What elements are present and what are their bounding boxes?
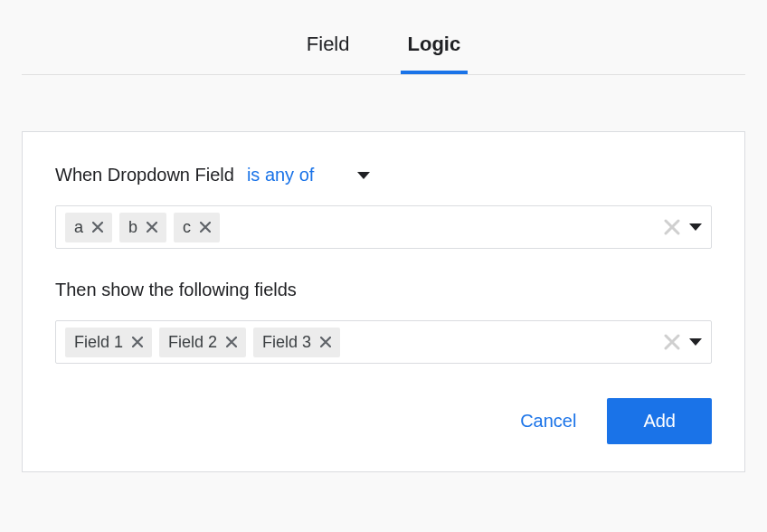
condition-values-input[interactable]: a b c — [55, 205, 712, 249]
chip-a: a — [65, 213, 112, 242]
close-icon[interactable] — [320, 337, 331, 347]
add-button[interactable]: Add — [607, 398, 712, 444]
chip-label: a — [74, 218, 83, 237]
button-row: Cancel Add — [55, 398, 712, 444]
operator-select[interactable]: is any of — [247, 165, 370, 185]
condition-chips: a b c — [65, 213, 657, 242]
close-icon[interactable] — [132, 337, 143, 347]
cancel-button[interactable]: Cancel — [515, 402, 582, 441]
then-label: Then show the following fields — [55, 280, 712, 300]
close-icon[interactable] — [200, 222, 211, 233]
input-actions — [664, 219, 702, 235]
chip-label: c — [183, 218, 191, 237]
chip-field-2: Field 2 — [159, 328, 246, 357]
then-fields-input[interactable]: Field 1 Field 2 Field 3 — [55, 320, 712, 364]
close-icon[interactable] — [226, 337, 237, 347]
tab-field[interactable]: Field — [299, 22, 357, 74]
clear-all-icon[interactable] — [664, 219, 680, 235]
chip-b: b — [119, 213, 166, 242]
condition-prefix: When Dropdown Field — [55, 165, 234, 185]
chip-label: Field 1 — [74, 333, 123, 352]
clear-all-icon[interactable] — [664, 334, 680, 350]
condition-row: When Dropdown Field is any of — [55, 165, 712, 185]
chip-label: Field 2 — [168, 333, 217, 352]
operator-text: is any of — [247, 165, 314, 185]
logic-panel: When Dropdown Field is any of a b — [22, 131, 745, 472]
chip-field-1: Field 1 — [65, 328, 152, 357]
chevron-down-icon[interactable] — [689, 338, 702, 346]
chevron-down-icon[interactable] — [689, 223, 702, 231]
tab-bar: Field Logic — [22, 22, 745, 75]
chip-label: b — [128, 218, 137, 237]
chip-c: c — [174, 213, 220, 242]
chevron-down-icon — [357, 172, 370, 179]
close-icon[interactable] — [92, 222, 103, 233]
chip-field-3: Field 3 — [253, 328, 340, 357]
close-icon[interactable] — [147, 222, 157, 233]
input-actions — [664, 334, 702, 350]
chip-label: Field 3 — [262, 333, 311, 352]
tab-logic[interactable]: Logic — [401, 22, 469, 74]
then-chips: Field 1 Field 2 Field 3 — [65, 328, 657, 357]
